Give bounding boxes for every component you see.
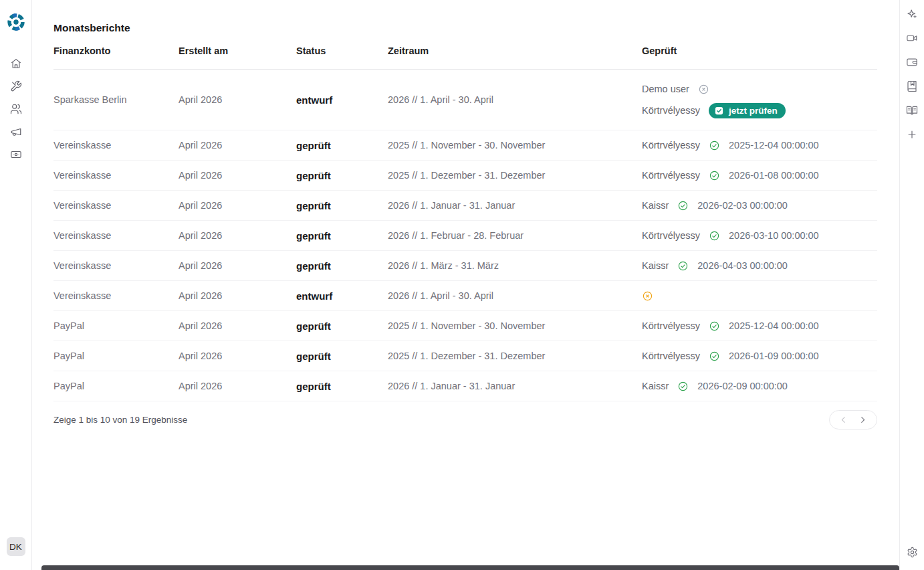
brand-logo-icon[interactable] (7, 13, 25, 31)
cell-geprueft: Kaissr2026-02-03 00:00:00 (642, 195, 877, 216)
review-timestamp: 2025-12-04 00:00:00 (729, 140, 819, 151)
circle-x-amber-icon (642, 290, 653, 302)
tool-video-camera-button[interactable] (901, 26, 923, 50)
cell-finanzkonto: Vereinskasse (53, 290, 179, 301)
check-square-icon (714, 106, 724, 116)
cell-erstellt-am: April 2026 (179, 320, 296, 331)
review-timestamp: 2025-12-04 00:00:00 (729, 320, 819, 331)
prev-page-button[interactable] (838, 414, 849, 425)
cell-finanzkonto: Sparkasse Berlin (53, 94, 179, 105)
cell-erstellt-am: April 2026 (179, 290, 296, 301)
cell-geprueft: Demo userKörtrvélyessyjetzt prüfen (642, 78, 877, 121)
cell-erstellt-am: April 2026 (179, 260, 296, 271)
cell-status: geprüft (296, 260, 388, 272)
review-timestamp: 2026-02-03 00:00:00 (697, 200, 788, 211)
column-header: Erstellt am (179, 45, 296, 56)
settings-button[interactable] (901, 540, 923, 564)
cell-finanzkonto: PayPal (53, 320, 179, 331)
table-row[interactable]: VereinskasseApril 2026entwurf2026 // 1. … (53, 281, 877, 311)
gear-icon (907, 547, 918, 558)
horizontal-scrollbar[interactable] (41, 565, 899, 570)
table-header-row: FinanzkontoErstellt amStatusZeitraumGepr… (53, 45, 877, 70)
cell-zeitraum: 2026 // 1. April - 30. April (388, 290, 642, 301)
table-body: Sparkasse BerlinApril 2026entwurf2026 //… (53, 70, 877, 401)
cell-geprueft: Kaissr2026-02-09 00:00:00 (642, 375, 877, 397)
cell-status: entwurf (296, 94, 388, 106)
column-header: Zeitraum (388, 45, 642, 56)
sparkle-plus-icon (906, 8, 918, 20)
reviewer-name: Körtrvélyessy (642, 170, 700, 181)
reviewer-name: Körtrvélyessy (642, 320, 700, 331)
next-page-button[interactable] (857, 414, 869, 425)
table-row[interactable]: VereinskasseApril 2026geprüft2026 // 1. … (53, 251, 877, 281)
table-row[interactable]: PayPalApril 2026geprüft2025 // 1. Dezemb… (53, 341, 877, 371)
nav-users-button[interactable] (4, 98, 28, 120)
nav-banknote-button[interactable] (4, 143, 28, 166)
jetzt-pruefen-button[interactable]: jetzt prüfen (709, 103, 786, 118)
tool-book-bookmark-button[interactable] (901, 74, 923, 98)
tool-plus-button[interactable] (901, 122, 923, 147)
video-camera-icon (906, 32, 918, 44)
circle-check-green-icon (677, 200, 689, 211)
table-row[interactable]: PayPalApril 2026geprüft2026 // 1. Januar… (53, 371, 877, 401)
table-row[interactable]: VereinskasseApril 2026geprüft2025 // 1. … (53, 130, 877, 161)
tools-icon (10, 80, 22, 92)
reviewer-name: Körtrvélyessy (642, 230, 700, 241)
jetzt-pruefen-label: jetzt prüfen (729, 106, 778, 116)
reviewer-name: Körtrvélyessy (642, 140, 700, 151)
circle-check-green-icon (709, 351, 720, 362)
cell-geprueft: Körtrvélyessy2026-01-09 00:00:00 (642, 345, 877, 367)
cell-finanzkonto: Vereinskasse (53, 140, 179, 151)
cell-status: geprüft (296, 170, 388, 181)
tool-sparkle-plus-button[interactable] (901, 2, 923, 26)
cell-zeitraum: 2025 // 1. Dezember - 31. Dezember (388, 351, 642, 361)
reviewer-name: Demo user (642, 84, 689, 94)
cell-zeitraum: 2025 // 1. November - 30. November (388, 140, 642, 151)
banknote-icon (10, 149, 22, 161)
table-row[interactable]: VereinskasseApril 2026geprüft2026 // 1. … (53, 221, 877, 251)
cell-erstellt-am: April 2026 (179, 94, 296, 105)
cell-erstellt-am: April 2026 (179, 351, 296, 361)
table-footer: Zeige 1 bis 10 von 19 Ergebnisse (53, 410, 877, 430)
reviewer-name: Kaissr (642, 200, 669, 211)
circle-x-gray-icon (698, 84, 709, 95)
table-row[interactable]: VereinskasseApril 2026geprüft2026 // 1. … (53, 191, 877, 221)
nav-tools-button[interactable] (4, 75, 28, 98)
circle-check-green-icon (709, 320, 720, 332)
review-timestamp: 2026-03-10 00:00:00 (729, 230, 819, 241)
users-icon (10, 103, 22, 115)
cell-geprueft: Körtrvélyessy2026-03-10 00:00:00 (642, 225, 877, 246)
cell-geprueft: Kaissr2026-04-03 00:00:00 (642, 255, 877, 276)
table-row[interactable]: PayPalApril 2026geprüft2025 // 1. Novemb… (53, 311, 877, 341)
cell-status: geprüft (296, 230, 388, 242)
nav-home-button[interactable] (4, 52, 28, 75)
reviewer-name: Kaissr (642, 260, 669, 271)
left-sidebar: DK (0, 0, 32, 570)
book-bookmark-icon (906, 80, 918, 92)
column-header: Finanzkonto (53, 45, 179, 56)
table-row[interactable]: VereinskasseApril 2026geprüft2025 // 1. … (53, 161, 877, 191)
plus-icon (906, 128, 918, 140)
reviewer-name: Kaissr (642, 381, 669, 391)
chevron-right-icon (857, 414, 869, 425)
tool-open-book-button[interactable] (901, 98, 923, 122)
home-icon (10, 58, 22, 70)
right-sidebar (899, 0, 924, 570)
cell-geprueft: Körtrvélyessy2026-01-08 00:00:00 (642, 165, 877, 186)
cell-geprueft: Körtrvélyessy2025-12-04 00:00:00 (642, 315, 877, 337)
cell-zeitraum: 2025 // 1. Dezember - 31. Dezember (388, 170, 642, 181)
cell-status: geprüft (296, 351, 388, 362)
table-row[interactable]: Sparkasse BerlinApril 2026entwurf2026 //… (53, 70, 877, 130)
left-rail-nav (4, 52, 28, 166)
column-header: Geprüft (642, 45, 877, 56)
tool-wallet-button[interactable] (901, 50, 923, 74)
circle-check-green-icon (677, 381, 689, 392)
column-header: Status (296, 45, 388, 56)
right-rail-nav (901, 2, 923, 147)
cell-erstellt-am: April 2026 (179, 170, 296, 181)
nav-megaphone-button[interactable] (4, 120, 28, 143)
result-summary: Zeige 1 bis 10 von 19 Ergebnisse (53, 415, 187, 425)
review-timestamp: 2026-04-03 00:00:00 (697, 260, 788, 271)
cell-geprueft: Körtrvélyessy2025-12-04 00:00:00 (642, 134, 877, 156)
user-avatar-badge[interactable]: DK (7, 537, 25, 556)
